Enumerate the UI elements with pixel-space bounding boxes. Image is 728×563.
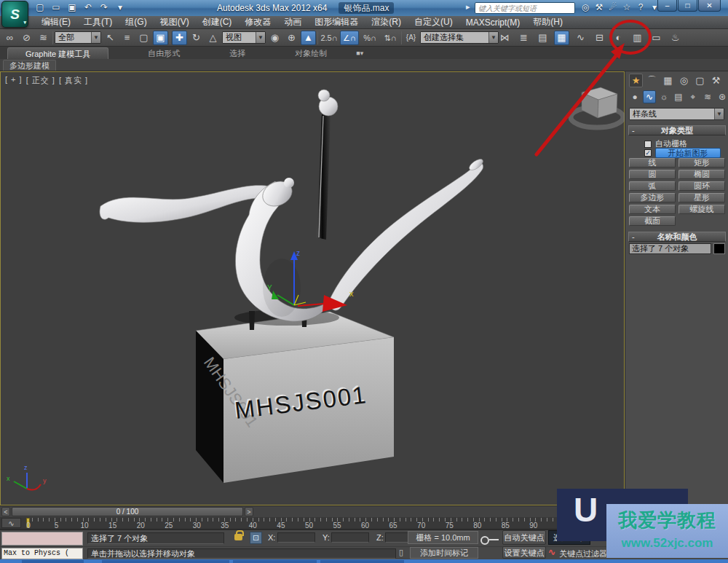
ribbon-tab[interactable]: 选择	[219, 47, 256, 59]
shapes-category-icon[interactable]: ∿	[643, 90, 656, 103]
viewcube[interactable]	[571, 87, 623, 127]
autogrid-checkbox[interactable]	[644, 141, 652, 148]
close-button[interactable]: ✕	[698, 0, 721, 12]
maximize-button[interactable]: □	[678, 0, 697, 12]
viewport-shading-menu[interactable]: [ 真实 ]	[59, 75, 88, 86]
menu-item[interactable]: 组(G)	[119, 16, 153, 28]
open-file-icon[interactable]: ▭	[50, 1, 63, 14]
shape-button[interactable]: 文本	[629, 205, 676, 214]
render-setup-icon[interactable]: ▥	[630, 31, 645, 45]
auto-key-button[interactable]: 自动关键点	[502, 530, 546, 545]
shape-button[interactable]: 线	[629, 158, 676, 168]
menu-item[interactable]: 图形编辑器	[308, 16, 365, 28]
taskbar-button[interactable]	[233, 560, 317, 563]
render-icon[interactable]: ♨	[668, 31, 683, 45]
search-icon[interactable]: ◎	[579, 1, 591, 14]
object-name-field[interactable]: 选择了 7 个对象	[629, 243, 711, 254]
redo-icon[interactable]: ↷	[98, 1, 111, 14]
angle-snap-icon[interactable]: ∠∩	[340, 31, 359, 45]
helpers-category-icon[interactable]: ⌖	[687, 90, 700, 103]
shape-button[interactable]: 圆	[629, 170, 676, 179]
favorites-star-icon[interactable]: ☆	[621, 1, 633, 14]
viewport[interactable]: [ + ] [ 正交 ] [ 真实 ]	[0, 71, 625, 505]
motion-tab-icon[interactable]: ◎	[677, 74, 691, 87]
select-object-icon[interactable]: ↖	[103, 31, 118, 45]
material-editor-icon[interactable]: ◐	[611, 31, 626, 45]
ribbon-tab[interactable]: Graphite 建模工具	[7, 47, 108, 59]
y-coordinate-field[interactable]	[331, 532, 369, 543]
align-icon[interactable]: ≣	[516, 31, 531, 45]
unlink-icon[interactable]: ⊘	[19, 31, 34, 45]
taskbar-button[interactable]	[102, 560, 229, 563]
prev-frame-button[interactable]: <	[1, 507, 10, 516]
percent-snap-icon[interactable]: %∩	[360, 31, 379, 45]
bind-spacewarp-icon[interactable]: ≋	[36, 31, 51, 45]
spinner-snap-icon[interactable]: ⇅∩	[381, 31, 400, 45]
name-color-rollout-header[interactable]: -名称和颜色	[628, 232, 726, 242]
hierarchy-tab-icon[interactable]: ▦	[661, 74, 675, 87]
shape-button[interactable]: 螺旋线	[678, 205, 725, 214]
shape-button[interactable]: 圆环	[678, 181, 725, 191]
pivot-center-icon[interactable]: ◉	[267, 31, 282, 45]
time-slider[interactable]: 0 / 100	[12, 507, 243, 516]
scene-canvas[interactable]: MHSJS001 MHSJS001 MHSJS001	[1, 72, 625, 506]
minimize-button[interactable]: –	[657, 0, 677, 12]
rect-region-icon[interactable]: ▢	[136, 31, 151, 45]
cameras-category-icon[interactable]: ▤	[672, 90, 685, 103]
selection-lock-icon[interactable]	[234, 534, 242, 540]
shape-category-dropdown[interactable]: 样条线▼	[629, 108, 724, 120]
app-button[interactable]: S▾	[1, 1, 28, 28]
start-new-shape-button[interactable]: 开始新图形	[655, 148, 721, 158]
ribbon-menu-icon[interactable]: ■▾	[356, 47, 363, 59]
utilities-tab-icon[interactable]: ⚒	[709, 74, 723, 87]
spacewarps-category-icon[interactable]: ≋	[701, 90, 714, 103]
taskbar-button[interactable]	[320, 560, 404, 563]
start-new-shape-checkbox[interactable]: ✓	[644, 149, 652, 157]
shape-button[interactable]: 截面	[629, 216, 676, 226]
curve-editor-icon[interactable]: ∿	[573, 31, 588, 45]
clipboard-icon[interactable]: ▯	[399, 548, 403, 557]
menu-item[interactable]: 修改器	[238, 16, 277, 28]
rendered-frame-icon[interactable]: ▭	[649, 31, 664, 45]
graphite-ribbon-icon[interactable]: ▦	[554, 31, 569, 45]
select-link-icon[interactable]: ∞	[2, 31, 17, 45]
select-scale-icon[interactable]: △	[205, 31, 221, 45]
create-tab-icon[interactable]: ★	[629, 74, 643, 87]
layer-manager-icon[interactable]: ▤	[535, 31, 550, 45]
snap-toggle-icon[interactable]: 2.5∩	[320, 31, 339, 45]
mirror-icon[interactable]: ⋈	[497, 31, 513, 45]
viewport-pov-menu[interactable]: [ 正交 ]	[26, 75, 55, 86]
object-type-rollout-header[interactable]: -对象类型	[628, 125, 726, 135]
lights-category-icon[interactable]: ☼	[657, 90, 670, 103]
new-file-icon[interactable]: ▢	[33, 1, 47, 14]
select-manipulate-icon[interactable]: ⊕	[284, 31, 299, 45]
viewport-general-menu[interactable]: [ + ]	[5, 75, 23, 86]
maxscript-mini-listener[interactable]	[1, 532, 83, 546]
ribbon-tab[interactable]: 自由形式	[138, 47, 190, 59]
add-time-tag[interactable]: 添加时间标记	[410, 547, 478, 559]
sculpture[interactable]	[100, 90, 485, 330]
qat-menu-icon[interactable]: ▾	[114, 1, 127, 14]
keyboard-override-icon[interactable]: ▲	[301, 31, 316, 45]
menu-item[interactable]: 创建(C)	[196, 16, 239, 28]
shape-button[interactable]: 矩形	[678, 158, 725, 168]
systems-category-icon[interactable]: ⊛	[716, 90, 728, 103]
menu-item[interactable]: MAXScript(M)	[459, 17, 527, 28]
select-rotate-icon[interactable]: ↻	[189, 31, 204, 45]
selection-filter-dropdown[interactable]: 全部▼	[55, 31, 101, 44]
save-icon[interactable]: ▣	[66, 1, 79, 14]
menu-item[interactable]: 视图(V)	[154, 16, 196, 28]
menu-item[interactable]: 帮助(H)	[526, 16, 569, 28]
menu-item[interactable]: 动画	[277, 16, 308, 28]
x-coordinate-field[interactable]	[277, 532, 315, 543]
set-key-button[interactable]: 设置关键点	[502, 546, 546, 559]
taskbar-button[interactable]	[22, 560, 84, 563]
undo-icon[interactable]: ↶	[82, 1, 95, 14]
window-crossing-icon[interactable]: ▣	[153, 31, 168, 45]
shape-button[interactable]: 弧	[629, 181, 676, 191]
schematic-view-icon[interactable]: ⊟	[592, 31, 607, 45]
select-move-icon[interactable]: ✚	[172, 31, 187, 45]
modify-tab-icon[interactable]: ⌒	[645, 74, 659, 87]
shape-button[interactable]: 多边形	[629, 193, 676, 202]
display-tab-icon[interactable]: ▢	[693, 74, 707, 87]
